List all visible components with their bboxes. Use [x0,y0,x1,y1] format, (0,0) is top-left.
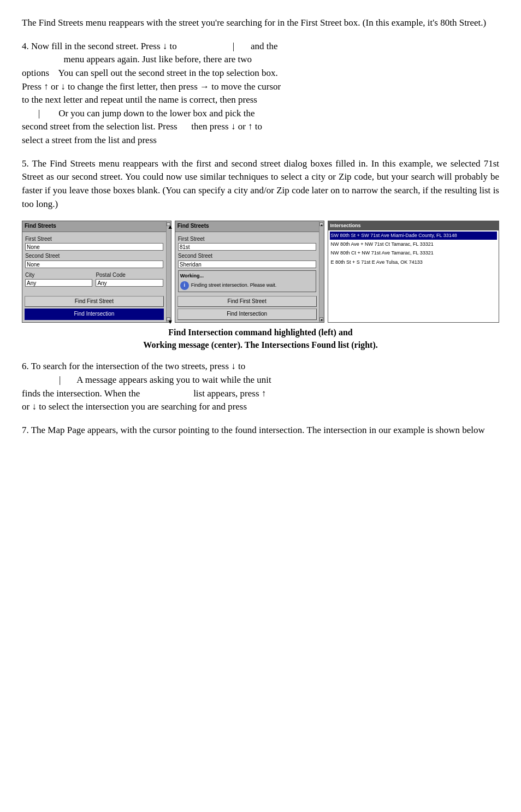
caption: Find Intersection command highlighted (l… [22,326,499,351]
caption-line1: Find Intersection command highlighted (l… [22,326,499,339]
intersection-item-3[interactable]: E 80th St + S 71st E Ave Tulsa, OK 74133 [330,258,498,266]
intersection-item-1[interactable]: NW 80th Ave + NW 71st Ct Tamarac, FL 333… [330,240,498,248]
left-postal-label: Postal Code [96,271,163,280]
left-panel-title: Find Streets [22,221,166,232]
left-second-street-input[interactable]: None [25,260,163,268]
screenshots-row: Find Streets First Street None Second St… [22,221,499,323]
left-scrollbar[interactable]: ▲ ▼ [166,221,171,322]
working-content: i Finding street intersection. Please wa… [180,281,314,290]
center-panel: Find Streets First Street 81st Second St… [175,221,324,323]
center-find-intersection-btn[interactable]: Find Intersection [177,309,317,320]
intersections-list: SW 80th St + SW 71st Ave Miami-Dade Coun… [328,230,499,322]
step6-paragraph: 6. To search for the intersection of the… [22,360,499,414]
working-msg-text: Finding street intersection. Please wait… [191,282,277,289]
intersection-item-0[interactable]: SW 80th St + SW 71st Ave Miami-Dade Coun… [330,232,498,240]
left-second-street-label: Second Street [25,252,163,260]
left-first-street-input[interactable]: None [25,243,163,251]
caption-line2: Working message (center). The Intersecti… [22,339,499,351]
center-button-row: Find First Street Find Intersection [175,294,319,322]
left-scroll-up[interactable]: ▲ [167,222,170,226]
step4-paragraph: 4. Now fill in the second street. Press … [22,40,499,147]
center-second-street-label: Second Street [178,252,316,260]
center-scroll-down[interactable]: ▼ [319,317,323,321]
left-find-first-street-btn[interactable]: Find First Street [25,296,164,307]
intersection-item-2[interactable]: NW 80th Ct + NW 71st Ave Tamarac, FL 333… [330,249,498,257]
left-city-label: City [25,271,92,280]
left-panel-body: First Street None Second Street None Cit… [22,232,166,294]
center-first-street-input[interactable]: 81st [178,243,316,251]
left-panel: Find Streets First Street None Second St… [22,221,171,323]
step5-paragraph: 5. The Find Streets menu reappears with … [22,157,499,211]
center-panel-body: First Street 81st Second Street Sheridan… [175,232,319,294]
page-container: The Find Streets menu reappears with the… [22,16,499,437]
center-find-first-street-btn[interactable]: Find First Street [177,296,317,307]
left-city-input[interactable]: Any [25,279,92,287]
left-scroll-down[interactable]: ▼ [167,317,170,321]
left-button-row: Find First Street Find Intersection [22,294,166,322]
left-first-street-label: First Street [25,235,163,244]
center-scroll-up[interactable]: ▲ [319,222,323,226]
center-second-street-input[interactable]: Sheridan [178,260,316,268]
intro-paragraph: The Find Streets menu reappears with the… [22,16,499,30]
working-icon: i [180,281,189,290]
step4-text: 4. Now fill in the second street. Press … [22,41,281,145]
right-panel: Intersections SW 80th St + SW 71st Ave M… [328,221,500,323]
center-first-street-label: First Street [178,235,316,244]
step7-paragraph: 7. The Map Page appears, with the cursor… [22,424,499,437]
working-label: Working... [180,272,314,280]
left-find-intersection-btn[interactable]: Find Intersection [25,309,164,320]
working-message-box: Working... i Finding street intersection… [178,270,316,292]
center-panel-title: Find Streets [175,221,319,232]
center-scrollbar[interactable]: ▲ ▼ [319,221,324,322]
right-panel-title: Intersections [328,221,499,230]
step6-text: 6. To search for the intersection of the… [22,361,271,412]
left-postal-input[interactable]: Any [96,279,163,287]
